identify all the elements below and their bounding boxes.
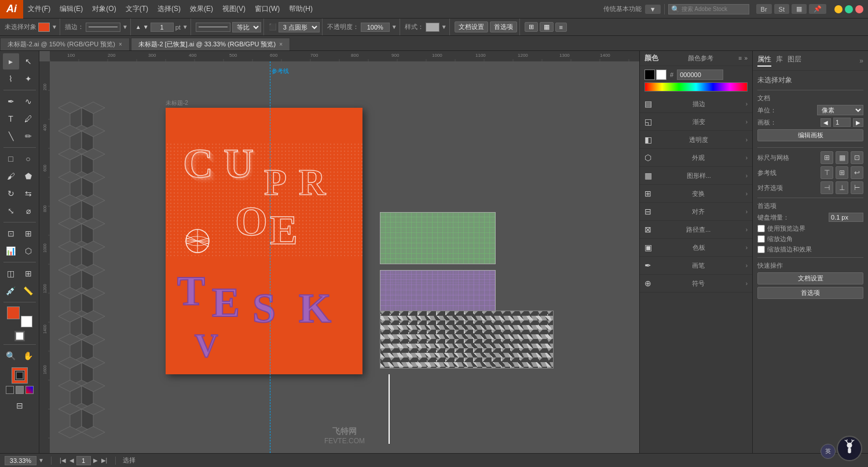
symbol-expand[interactable]: › [746,280,748,287]
gradient-expand[interactable]: › [746,119,748,125]
scale-corners-check[interactable] [757,235,765,243]
page-num-input[interactable] [76,456,91,465]
line-select[interactable]: 等比 [232,22,261,32]
menu-view[interactable]: 视图(V) [218,0,250,18]
gradient-panel-label[interactable]: 渐变 [693,118,705,126]
art-boards-tool[interactable]: ⊟ [12,397,28,414]
magic-wand-tool[interactable]: ✦ [20,71,36,87]
pencil-tool[interactable]: ✏ [20,128,36,144]
stock-btn[interactable]: St [774,4,789,14]
lasso-tool[interactable]: ⌇ [3,71,19,87]
menu-help[interactable]: 帮助(H) [284,0,317,18]
canvas-area[interactable]: 100 200 300 400 500 600 700 800 900 1000… [39,51,639,453]
style-dropdown[interactable]: ▼ [441,24,447,30]
blob-brush-tool[interactable]: ⬟ [20,168,36,184]
align-expand[interactable]: › [746,209,748,215]
bridge-btn[interactable]: Br [756,4,772,14]
stroke-panel-label[interactable]: 描边 [693,100,705,108]
menu-effect[interactable]: 效果(E) [185,0,218,18]
color-hex-input[interactable] [677,70,723,80]
brush-label[interactable]: 画笔 [692,261,705,270]
menu-edit[interactable]: 编辑(E) [55,0,87,18]
artboard-prev[interactable]: ◀ [821,118,831,127]
align-label[interactable]: 对齐 [692,207,705,216]
menu-window[interactable]: 窗口(W) [250,0,284,18]
curvature-tool[interactable]: ∿ [20,93,36,110]
panel-expand-icon[interactable]: » [744,55,748,61]
grid-icon[interactable]: ▦ [836,151,848,164]
swatches-label[interactable]: 色板 [693,243,705,252]
free-transform-tool[interactable]: ⊡ [3,225,19,242]
graphic-style-label[interactable]: 图形样... [687,172,711,180]
page-first[interactable]: |◀ [58,457,67,464]
menu-object[interactable]: 对象(O) [87,0,120,18]
opacity-dropdown[interactable]: ▼ [391,24,397,30]
chart-tool[interactable]: 📊 [3,243,19,259]
transform-label[interactable]: 变换 [692,189,705,198]
preferences-quick-btn[interactable]: 首选项 [757,287,863,299]
tab-layers[interactable]: 图层 [788,54,801,67]
tab-1[interactable]: 未标题-2 [已恢复].ai @ 33.33% (RGB/GPU 预览) × [131,38,290,50]
fill-color[interactable] [38,23,50,32]
shape-builder-tool[interactable]: ⊞ [20,225,36,242]
line-display[interactable] [196,23,230,32]
preferences-btn[interactable]: 首选项 [490,21,517,32]
pathfinder-label[interactable]: 路径查... [686,225,710,234]
stroke-unit-dropdown[interactable]: ▼ [182,24,188,30]
doc-settings-btn[interactable]: 文档设置 [455,21,488,32]
appearance-expand[interactable]: › [746,155,748,161]
brush-expand[interactable]: › [746,262,748,269]
white-swatch[interactable] [656,70,666,80]
type-touch-tool[interactable]: 🖊 [20,111,36,127]
style-swatch[interactable] [426,23,440,32]
zoom-input[interactable] [5,456,36,465]
transparency-panel-label[interactable]: 透明度 [689,136,708,144]
arrange-btn[interactable]: ▦ [792,4,807,14]
graphic-expand[interactable]: › [746,173,748,179]
page-next[interactable]: ▶ [92,457,99,464]
reflect-tool[interactable]: ⇆ [20,185,36,202]
menu-text[interactable]: 文字(T) [121,0,153,18]
extra-btn1[interactable]: ⊞ [525,22,538,32]
screen-mode[interactable] [16,386,24,394]
align-center-icon[interactable]: ⊥ [836,181,848,194]
maximize-btn[interactable] [845,5,853,13]
scale-stroke-check[interactable] [757,246,765,253]
keyboard-inc-input[interactable] [829,213,863,222]
current-fill[interactable] [12,367,28,384]
preview-bounds-check[interactable] [757,225,765,232]
zoom-tool[interactable]: 🔍 [3,348,19,364]
guide-icon3[interactable]: ↩ [851,166,863,179]
align-left-icon[interactable]: ⊣ [821,181,833,194]
tab-library[interactable]: 库 [776,54,783,67]
measure-tool[interactable]: 📏 [20,283,36,299]
appearance-panel-label[interactable]: 外观 [692,154,705,162]
ellipse-tool[interactable]: ○ [20,151,36,167]
rectangle-tool[interactable]: □ [3,151,19,167]
tab-0[interactable]: 未标题-2.ai @ 150% (RGB/GPU 预览) × [0,38,130,50]
eyedropper-tool[interactable]: 💉 [3,283,19,299]
stroke-color[interactable] [21,316,32,327]
stroke-display[interactable] [86,23,120,32]
align-right-icon[interactable]: ⊢ [851,181,863,194]
type-tool[interactable]: T [3,111,19,127]
black-swatch[interactable] [644,70,655,80]
warp-tool[interactable]: ⌀ [20,203,36,219]
opacity-input[interactable] [361,23,390,32]
hand-tool[interactable]: ✋ [20,348,36,364]
select-tool[interactable]: ▸ [3,53,19,70]
paintbrush-tool[interactable]: 🖌 [3,168,19,184]
extra-btn3[interactable]: ≡ [555,23,567,32]
stroke-expand[interactable]: › [746,101,748,107]
search-bar[interactable]: 🔍 搜索 Adobe Stock [668,4,749,14]
transparency-expand[interactable]: › [746,137,748,143]
unit-select[interactable]: 像素 [817,105,863,115]
mesh-tool[interactable]: ⊞ [20,265,36,282]
ruler-icon[interactable]: ⊞ [821,151,833,164]
snap-icon[interactable]: ⊡ [851,151,863,164]
guide-line[interactable] [270,61,270,453]
color-mode[interactable] [25,386,34,394]
none-indicator[interactable] [14,331,25,341]
tab-0-close[interactable]: × [119,41,122,48]
guide-icon2[interactable]: ⊞ [836,166,848,179]
